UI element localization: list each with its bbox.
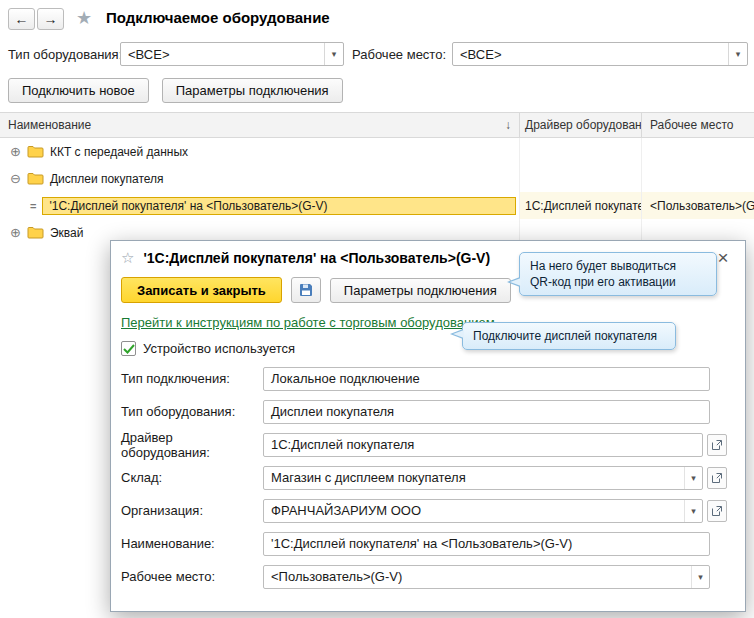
field-connection-type: Тип подключения: Локальное подключение xyxy=(121,362,745,395)
connection-type-input[interactable]: Локальное подключение xyxy=(263,367,710,391)
field-value: ФРАНЧАЙЗАРИУМ ООО xyxy=(264,503,684,518)
field-workplace: Рабочее место: <Пользователь>(G-V) ▾ xyxy=(121,560,745,593)
workplace-filter-label: Рабочее место: xyxy=(352,47,446,62)
workplace-input[interactable]: <Пользователь>(G-V) ▾ xyxy=(263,565,710,589)
collapse-minus-icon[interactable]: ⊖ xyxy=(10,172,21,185)
driver-cell xyxy=(520,138,642,165)
open-form-icon xyxy=(711,505,723,517)
dialog-fields: Тип подключения: Локальное подключение Т… xyxy=(111,357,745,593)
field-value: Магазин с дисплеем покупателя xyxy=(264,470,684,485)
open-form-icon xyxy=(711,472,723,484)
grid-header: Наименование ↓ Драйвер оборудования Рабо… xyxy=(0,112,754,138)
dialog-connection-params-button[interactable]: Параметры подключения xyxy=(330,278,511,303)
table-row-selected-display[interactable]: = '1С:Дисплей покупателя' на <Пользовате… xyxy=(0,192,754,219)
action-toolbar: Подключить новое Параметры подключения xyxy=(8,78,343,103)
column-header-driver[interactable]: Драйвер оборудования xyxy=(520,113,642,137)
save-button[interactable] xyxy=(291,277,321,303)
column-header-workplace[interactable]: Рабочее место xyxy=(642,113,754,137)
driver-cell: 1С:Дисплей покупателя xyxy=(520,192,642,219)
table-row-displays-group[interactable]: ⊖ Дисплеи покупателя xyxy=(0,165,754,192)
instructions-link[interactable]: Перейти к инструкциям по работе с торгов… xyxy=(121,315,495,330)
open-form-icon xyxy=(711,439,723,451)
open-driver-button[interactable] xyxy=(707,434,727,456)
workplace-cell xyxy=(642,138,754,165)
field-label: Тип подключения: xyxy=(121,371,263,386)
connection-params-button[interactable]: Параметры подключения xyxy=(162,78,343,103)
page-title: Подключаемое оборудование xyxy=(106,9,330,26)
field-value: 1С:Дисплей покупателя xyxy=(264,437,702,452)
field-label: Тип оборудования: xyxy=(121,404,263,419)
field-driver: Драйвер оборудования: 1С:Дисплей покупат… xyxy=(121,428,745,461)
driver-cell xyxy=(520,165,642,192)
selected-cell[interactable]: '1С:Дисплей покупателя' на <Пользователь… xyxy=(42,197,516,215)
workplace-cell xyxy=(642,165,754,192)
field-equipment-type: Тип оборудования: Дисплеи покупателя xyxy=(121,395,745,428)
warehouse-input[interactable]: Магазин с дисплеем покупателя ▾ xyxy=(263,466,703,490)
device-used-label: Устройство используется xyxy=(143,341,295,356)
chevron-down-icon[interactable]: ▾ xyxy=(691,566,709,588)
callout-tail xyxy=(510,278,521,286)
equipment-type-value: <ВСЕ> xyxy=(121,47,324,62)
favorite-star-icon[interactable]: ☆ xyxy=(121,249,134,267)
equipment-tree: ⊕ ККТ с передачей данных ⊖ Дисплеи покуп… xyxy=(0,138,754,246)
field-organization: Организация: ФРАНЧАЙЗАРИУМ ООО ▾ xyxy=(121,494,745,527)
equipment-type-input[interactable]: Дисплеи покупателя xyxy=(263,400,710,424)
field-label: Драйвер оборудования: xyxy=(121,430,263,460)
column-header-name-label: Наименование xyxy=(8,113,91,137)
field-label: Организация: xyxy=(121,503,263,518)
connect-tooltip-callout: Подключите дисплей покупателя xyxy=(462,322,676,350)
column-header-name[interactable]: Наименование ↓ xyxy=(0,113,520,137)
device-used-checkbox[interactable] xyxy=(121,341,136,356)
workplace-cell: <Пользователь>(G-V) xyxy=(642,192,754,219)
field-label: Наименование: xyxy=(121,536,263,551)
field-label: Рабочее место: xyxy=(121,569,263,584)
qr-tooltip-line1: На него будет выводиться xyxy=(530,258,706,274)
name-input[interactable]: '1С:Дисплей покупателя' на <Пользователь… xyxy=(263,532,710,556)
driver-input[interactable]: 1С:Дисплей покупателя xyxy=(263,433,703,457)
group-name: Дисплеи покупателя xyxy=(50,172,164,186)
qr-tooltip-line2: QR-код при его активации xyxy=(530,274,706,290)
open-warehouse-button[interactable] xyxy=(707,467,727,489)
save-and-close-button[interactable]: Записать и закрыть xyxy=(121,277,282,303)
app-window: ← → ★ Подключаемое оборудование Тип обор… xyxy=(0,0,754,618)
equipment-type-label: Тип оборудования: xyxy=(8,47,122,62)
chevron-down-icon[interactable]: ▾ xyxy=(684,467,702,489)
leaf-item-icon: = xyxy=(30,200,36,212)
chevron-down-icon[interactable]: ▾ xyxy=(728,43,747,65)
group-name: ККТ с передачей данных xyxy=(50,145,188,159)
field-warehouse: Склад: Магазин с дисплеем покупателя ▾ xyxy=(121,461,745,494)
folder-icon xyxy=(27,145,44,158)
table-row-kkt-group[interactable]: ⊕ ККТ с передачей данных xyxy=(0,138,754,165)
back-button[interactable]: ← xyxy=(8,8,35,30)
workplace-filter-value: <ВСЕ> xyxy=(453,47,728,62)
field-name: Наименование: '1С:Дисплей покупателя' на… xyxy=(121,527,745,560)
group-name: Эквай xyxy=(50,226,84,240)
field-value: '1С:Дисплей покупателя' на <Пользователь… xyxy=(264,536,709,551)
field-value: Локальное подключение xyxy=(264,371,709,386)
folder-icon xyxy=(27,226,44,239)
floppy-icon xyxy=(299,283,313,297)
checkmark-icon xyxy=(123,344,135,354)
field-value: Дисплеи покупателя xyxy=(264,404,709,419)
expand-plus-icon[interactable]: ⊕ xyxy=(10,226,21,239)
connect-tooltip-text: Подключите дисплей покупателя xyxy=(473,329,657,343)
field-value: <Пользователь>(G-V) xyxy=(264,569,691,584)
qr-tooltip-callout: На него будет выводиться QR-код при его … xyxy=(519,252,717,296)
favorite-star-icon[interactable]: ★ xyxy=(76,7,92,29)
organization-input[interactable]: ФРАНЧАЙЗАРИУМ ООО ▾ xyxy=(263,499,703,523)
chevron-down-icon[interactable]: ▾ xyxy=(684,500,702,522)
sort-descending-icon: ↓ xyxy=(505,113,511,137)
connect-new-button[interactable]: Подключить новое xyxy=(8,78,149,103)
chevron-down-icon[interactable]: ▾ xyxy=(324,43,343,65)
expand-plus-icon[interactable]: ⊕ xyxy=(10,145,21,158)
workplace-filter-select[interactable]: <ВСЕ> ▾ xyxy=(452,42,748,66)
equipment-type-select[interactable]: <ВСЕ> ▾ xyxy=(120,42,344,66)
forward-button[interactable]: → xyxy=(37,8,64,30)
field-label: Склад: xyxy=(121,470,263,485)
open-organization-button[interactable] xyxy=(707,500,727,522)
callout-tail xyxy=(453,330,464,338)
folder-icon xyxy=(27,172,44,185)
